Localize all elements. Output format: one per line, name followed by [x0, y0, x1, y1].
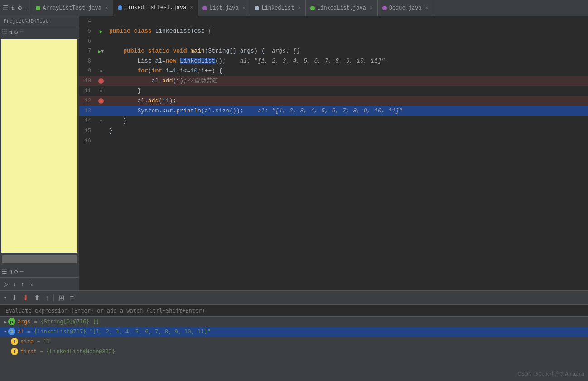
indent-icon[interactable]: ☰: [2, 268, 7, 275]
tab-linkedlist-interface[interactable]: LinkedList×: [250, 0, 306, 16]
code-content-4[interactable]: [107, 16, 588, 26]
code-content-8[interactable]: List al=new LinkedList(); al: "[1, 2, 3,…: [107, 56, 588, 66]
code-content-14[interactable]: }: [107, 116, 588, 126]
minus2-icon[interactable]: ─: [20, 268, 24, 275]
breakpoint-icon[interactable]: [98, 98, 104, 104]
code-line-6: 6: [79, 36, 588, 46]
tab-close-linkedlisttest[interactable]: ×: [190, 5, 193, 10]
list-icon[interactable]: ≡: [69, 293, 75, 303]
var-row-args[interactable]: ▶pargs = {String[0]@716} []: [0, 317, 588, 327]
hamburger-icon[interactable]: ☰: [3, 4, 9, 12]
upload-arrow-icon[interactable]: ↑: [44, 293, 50, 303]
tab-dot-deque: [382, 6, 387, 10]
gear-icon[interactable]: ⚙: [18, 4, 21, 12]
var-name-al: al: [18, 328, 24, 335]
sort-icon[interactable]: ☰: [2, 29, 7, 36]
download-red-icon[interactable]: ⬇: [22, 293, 29, 303]
code-content-6[interactable]: [107, 36, 588, 46]
code-content-12[interactable]: al.add(11);: [107, 96, 588, 106]
download-icon[interactable]: ⬇: [10, 293, 18, 303]
code-content-16[interactable]: [107, 136, 588, 146]
line-num-11: 11: [79, 86, 95, 96]
gutter-9[interactable]: ▽: [95, 66, 107, 76]
gutter-8[interactable]: [95, 56, 107, 66]
tab-close-linkedlist-class[interactable]: ×: [370, 5, 373, 11]
tab-label-linkedlist-interface: LinkedList: [261, 5, 294, 11]
line-num-6: 6: [79, 36, 95, 46]
var-value-args: = {String[0]@716} []: [31, 318, 100, 325]
tab-linkedlisttest[interactable]: LinkedListTest.java×: [113, 0, 198, 16]
code-content-9[interactable]: for(int i=1;i<=10;i++) {: [107, 66, 588, 76]
badge-first: f: [11, 348, 18, 355]
tabs-container: ArrayListTest.java×LinkedListTest.java×L…: [31, 0, 433, 16]
sidebar-scrollbar[interactable]: [2, 255, 77, 263]
code-line-16: 16: [79, 136, 588, 146]
code-area[interactable]: 45▶public class LinkedListTest {67▶▼ pub…: [79, 16, 588, 290]
fold-icon[interactable]: ▼: [101, 49, 104, 54]
gutter-4[interactable]: [95, 16, 107, 26]
code-content-15[interactable]: }: [107, 126, 588, 136]
tab-arraylist[interactable]: ArrayListTest.java×: [31, 0, 113, 16]
breakpoint-icon[interactable]: [98, 78, 104, 84]
gear2-icon[interactable]: ⚙: [14, 268, 18, 275]
gutter-12[interactable]: [95, 96, 107, 106]
expand-arrow-args[interactable]: ▶: [4, 319, 7, 325]
run-button[interactable]: ▷: [3, 280, 10, 289]
variable-tree: ▶pargs = {String[0]@716} []▾≡al = {Linke…: [0, 317, 588, 381]
fold-icon[interactable]: ▽: [100, 68, 102, 74]
gutter-16[interactable]: [95, 136, 107, 146]
code-line-12: 12 al.add(11);: [79, 96, 588, 106]
tab-close-list[interactable]: ×: [242, 5, 246, 11]
upload-icon[interactable]: ⬆: [33, 293, 41, 303]
tab-list[interactable]: List.java×: [198, 0, 250, 16]
gutter-14[interactable]: ▽: [95, 116, 107, 126]
var-row-al[interactable]: ▾≡al = {LinkedList@717} "[1, 2, 3, 4, 5,…: [0, 327, 588, 337]
run-arrow-icon[interactable]: ▶: [98, 48, 101, 54]
split-icon[interactable]: ⇅: [11, 4, 15, 12]
tab-close-arraylist[interactable]: ×: [105, 5, 108, 11]
gutter-13[interactable]: [95, 106, 107, 116]
dropdown-arrow-icon[interactable]: ▾: [4, 295, 7, 301]
code-content-13[interactable]: System.out.println(al.size()); al: "[1, …: [107, 106, 588, 116]
var-row-first[interactable]: ffirst = {LinkedList$Node@832}: [7, 347, 588, 357]
expand-arrow-al[interactable]: ▾: [4, 329, 7, 335]
fold-icon[interactable]: ▽: [100, 88, 102, 94]
settings-icon[interactable]: ⚙: [14, 29, 18, 36]
code-content-7[interactable]: public static void main(String[] args) {…: [107, 46, 588, 56]
line-num-9: 9: [79, 66, 95, 76]
gutter-15[interactable]: [95, 126, 107, 136]
code-line-5: 5▶public class LinkedListTest {: [79, 26, 588, 36]
step-over-button[interactable]: ↳: [28, 280, 35, 289]
gutter-5[interactable]: ▶: [95, 26, 107, 36]
table-icon[interactable]: ⊞: [58, 293, 65, 303]
tab-deque[interactable]: Deque.java×: [378, 0, 434, 16]
tab-bar-icons: ☰ ⇅ ⚙ ─: [0, 0, 31, 16]
sidebar: Project\JDKTest ☰ ⇅ ⚙ ─ ☰ ⇅ ⚙ ─ ▷ ↓ ↑ ↳: [0, 16, 79, 290]
var-row-size[interactable]: fsize = 11: [7, 337, 588, 347]
gutter-11[interactable]: ▽: [95, 86, 107, 96]
minimize-icon[interactable]: ─: [24, 5, 28, 12]
tab-close-linkedlist-interface[interactable]: ×: [298, 5, 301, 11]
line-num-16: 16: [79, 136, 95, 146]
gutter-6[interactable]: [95, 36, 107, 46]
var-name-first: first: [20, 348, 37, 355]
sidebar-toolbar: ☰ ⇅ ⚙ ─: [0, 26, 79, 38]
gutter-10[interactable]: [95, 76, 107, 86]
code-content-10[interactable]: al.add(i);//自动装箱: [107, 76, 588, 86]
fold-icon[interactable]: ▽: [100, 118, 102, 124]
step-into-button[interactable]: ↓: [12, 280, 17, 289]
code-content-5[interactable]: public class LinkedListTest {: [107, 26, 588, 36]
code-content-11[interactable]: }: [107, 86, 588, 96]
debug-toolbar: ▾ ⬇ ⬇ ⬆ ↑ ⊞ ≡: [0, 291, 588, 305]
eval-input[interactable]: [3, 306, 585, 316]
watermark: CSDN @Code生产力Amazing: [518, 371, 585, 377]
tab-close-deque[interactable]: ×: [425, 5, 429, 11]
step-out-button[interactable]: ↑: [20, 280, 25, 289]
minus-icon[interactable]: ─: [20, 29, 24, 35]
tab-linkedlist-class[interactable]: LinkedList.java×: [306, 0, 378, 16]
code-line-13: 13 System.out.println(al.size()); al: "[…: [79, 106, 588, 116]
indent2-icon[interactable]: ⇅: [9, 268, 13, 275]
gutter-7[interactable]: ▶▼: [95, 46, 107, 56]
expand-icon[interactable]: ⇅: [9, 29, 13, 36]
run-arrow-icon[interactable]: ▶: [100, 29, 103, 34]
